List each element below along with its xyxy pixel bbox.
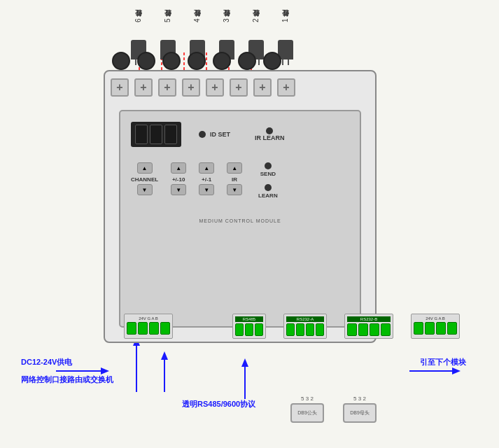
svg-marker-15 — [161, 351, 168, 360]
ir-label: IR — [232, 176, 237, 183]
rs485-pin-2 — [245, 323, 253, 336]
screw-1 — [111, 78, 129, 97]
ir-device-3: 红外设备3 — [216, 1, 238, 59]
svg-marker-19 — [452, 368, 461, 374]
ir-up-button[interactable] — [227, 162, 242, 174]
model-label: MEDIUM CONTROL MODULE — [199, 218, 281, 223]
channel-group: CHANNEL — [131, 162, 158, 195]
rs232b-pin-g — [358, 323, 368, 336]
screw-3 — [158, 78, 176, 97]
rs485-pin-3 — [255, 323, 263, 336]
learn-led — [265, 184, 272, 191]
rs232b-block: RS232-B — [344, 314, 393, 339]
rs232b-label: RS232-B — [347, 316, 391, 322]
svg-marker-17 — [241, 358, 248, 367]
pin-g-right — [425, 322, 435, 335]
rs232a-pin-2 — [296, 323, 304, 336]
pin-24v-right — [414, 322, 423, 335]
power-label: DC12-24V供电 — [21, 357, 72, 368]
rs232a-pin-1 — [286, 323, 295, 336]
pin-b-left — [160, 322, 170, 335]
learn-label: LEARN — [258, 192, 278, 199]
rs485-label: RS485 — [235, 316, 263, 322]
ir-learn-led — [266, 127, 273, 134]
connector-7 — [263, 52, 281, 70]
rs232b-pin-24v — [347, 323, 357, 336]
ir-device-1: 红外设备1 — [274, 1, 297, 59]
seven-segment-display — [131, 122, 181, 147]
rs232a-block: RS232-A — [283, 314, 327, 339]
right-voltage-label: 24V G A B — [414, 316, 457, 321]
screw-5 — [206, 78, 224, 97]
plus-minus-1-label: +/-1 — [202, 176, 211, 183]
rs485-pins — [235, 323, 263, 336]
ir-device-4: 红外设备4 — [186, 1, 209, 59]
pin-a-right — [436, 322, 446, 335]
minus-1-button[interactable] — [199, 184, 214, 195]
rs232a-pins — [286, 323, 324, 336]
id-set-group: ID SET — [199, 131, 230, 138]
pin-24v-left — [127, 322, 136, 335]
screw-terminals — [111, 78, 295, 97]
display-row: ID SET IR LEARN — [127, 118, 353, 150]
connector-2 — [137, 52, 155, 70]
pin-b-right — [447, 322, 457, 335]
db9-female-label: DB9母头 — [350, 410, 370, 416]
button-area: CHANNEL +/-10 +/-1 I — [127, 159, 353, 202]
minus-10-button[interactable] — [171, 184, 186, 195]
send-led — [265, 162, 272, 169]
db9-female-body: DB9母头 — [343, 403, 377, 423]
db9-male-pins: 5 3 2 — [290, 396, 324, 402]
rs232a-pin-4 — [316, 323, 324, 336]
plus-minus-1-group: +/-1 — [199, 162, 214, 195]
channel-label: CHANNEL — [131, 176, 158, 183]
network-label: 网络控制口接路由或交换机 — [21, 374, 113, 385]
connector-4 — [188, 52, 206, 70]
connector-6 — [238, 52, 256, 70]
ir-learn-label: IR LEARN — [255, 134, 285, 141]
ir-devices-row: 红外设备6 红外设备5 红外设备4 红外设备3 — [127, 1, 297, 59]
left-pins — [127, 322, 170, 335]
db9-female-pins: 5 3 2 — [343, 396, 377, 402]
id-set-led — [199, 131, 206, 138]
ir-device-5: 红外设备5 — [157, 1, 179, 59]
svg-marker-21 — [101, 368, 109, 374]
next-module-label: 引至下个模块 — [420, 357, 466, 368]
model-label-container: MEDIUM CONTROL MODULE — [127, 213, 353, 225]
send-label: SEND — [260, 171, 276, 177]
channel-up-button[interactable] — [137, 162, 153, 174]
rs485-block: RS485 — [232, 314, 266, 339]
diagram-container: 红外设备6 红外设备5 红外设备4 红外设备3 — [0, 0, 499, 448]
connector-3 — [162, 52, 181, 70]
left-voltage-label: 24V G A B — [127, 316, 170, 321]
rs232b-pin-b — [381, 323, 391, 336]
screw-4 — [182, 78, 200, 97]
screw-8 — [277, 78, 295, 97]
rs232a-label: RS232-A — [286, 316, 324, 322]
main-device-box: ID SET IR LEARN CHANNEL +/-10 — [104, 70, 377, 343]
plus-1-button[interactable] — [199, 162, 214, 174]
ir-down-button[interactable] — [227, 184, 242, 195]
rs232b-pin-a — [370, 323, 379, 336]
right-terminal-block: 24V G A B — [411, 314, 460, 339]
right-pins — [414, 322, 457, 335]
screw-7 — [253, 78, 272, 97]
ir-device-2: 红外设备2 — [245, 1, 267, 59]
ir-group: IR — [227, 162, 242, 195]
db9-female-section: 5 3 2 DB9母头 — [343, 396, 377, 423]
db9-male-body: DB9公头 — [290, 403, 324, 423]
protocol-label: 透明RS485/9600协议 — [182, 399, 255, 410]
rs232a-pin-3 — [306, 323, 314, 336]
rs232b-pins — [347, 323, 391, 336]
screw-6 — [230, 78, 248, 97]
left-terminal-block: 24V G A B — [124, 314, 173, 339]
panel-bottom-terminals: 24V G A B RS485 — [124, 314, 460, 339]
connector-5 — [213, 52, 231, 70]
channel-down-button[interactable] — [137, 184, 153, 195]
ir-device-6: 红外设备6 — [127, 1, 150, 59]
pin-g-left — [138, 322, 148, 335]
plus-10-button[interactable] — [171, 162, 186, 174]
id-set-label: ID SET — [210, 131, 230, 138]
ir-learn-group: IR LEARN — [255, 127, 285, 141]
rs485-pin-1 — [235, 323, 244, 336]
